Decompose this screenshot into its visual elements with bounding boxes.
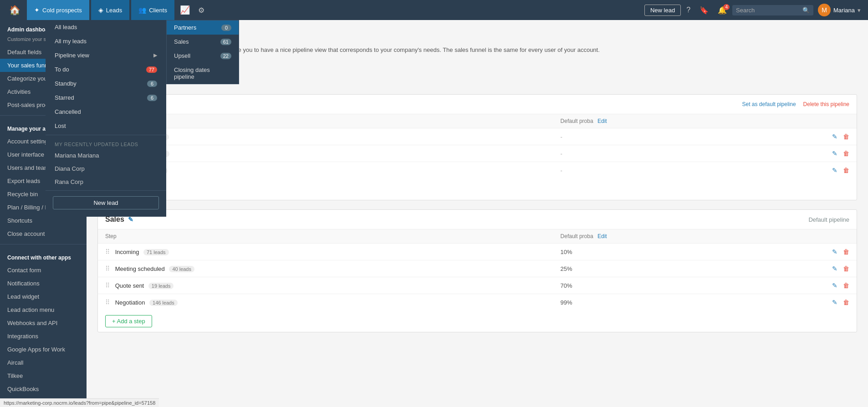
step-delete-button[interactable]: 🗑 — [843, 150, 849, 157]
step-prob: - — [561, 133, 562, 140]
step-edit-button[interactable]: ✎ — [832, 282, 837, 289]
dropdown-standby[interactable]: Standby 6 — [46, 76, 166, 91]
recent-lead-diana[interactable]: Diana Corp — [46, 162, 166, 175]
step-prob: - — [561, 150, 562, 157]
step-name: Meeting scheduled — [115, 265, 165, 272]
tab-leads-label: Leads — [106, 7, 122, 14]
step-edit-button[interactable]: ✎ — [832, 248, 837, 255]
home-icon[interactable]: 🏠 — [5, 5, 25, 15]
partners-steps-table: Step Default proba Edit ⠿ Contacted 0 le… — [98, 114, 857, 178]
sidebar-item-integrations[interactable]: Integrations — [0, 330, 87, 343]
step-edit-button[interactable]: ✎ — [832, 265, 837, 272]
dropdown-starred[interactable]: Starred 6 — [46, 91, 166, 105]
sidebar-item-lead-action-menu[interactable]: Lead action menu — [0, 303, 87, 316]
chevron-down-icon: ▾ — [858, 7, 861, 14]
chart-icon[interactable]: 📈 — [176, 5, 194, 15]
starred-badge: 6 — [147, 95, 157, 101]
step-edit-button[interactable]: ✎ — [832, 299, 837, 306]
sales-badge: 61 — [220, 39, 231, 45]
lead-count-badge: 40 leads — [169, 266, 194, 272]
dropdown-pipeline-view[interactable]: Pipeline view ▶ — [46, 48, 166, 62]
bookmarks-button[interactable]: 🔖 — [696, 6, 712, 15]
step-name: Quote sent — [115, 282, 144, 289]
sidebar-item-quickbooks[interactable]: QuickBooks — [0, 382, 87, 396]
sidebar-item-aircall[interactable]: Aircall — [0, 356, 87, 369]
sales-edit-prob-link[interactable]: Edit — [597, 233, 607, 239]
sidebar-item-contact-form[interactable]: Contact form — [0, 264, 87, 277]
sidebar-item-webhooks[interactable]: Webhooks and API — [0, 316, 87, 330]
gear-icon[interactable]: ⚙ — [195, 6, 207, 15]
upsell-badge: 22 — [220, 53, 231, 59]
lead-count-badge: 146 leads — [149, 300, 178, 306]
leads-dropdown: All leads All my leads Pipeline view ▶ T… — [46, 20, 166, 217]
help-button[interactable]: ? — [683, 6, 694, 14]
dropdown-all-leads[interactable]: All leads — [46, 20, 166, 34]
tab-cold-prospects[interactable]: ✦ Cold prospects — [27, 0, 89, 20]
step-delete-button[interactable]: 🗑 — [843, 265, 849, 272]
dropdown-new-lead-button[interactable]: New lead — [53, 196, 159, 209]
step-edit-button[interactable]: ✎ — [832, 133, 837, 140]
submenu-sales[interactable]: Sales 61 — [167, 35, 239, 49]
pipeline-partners-header: Partners ✎ Set as default pipeline Delet… — [98, 95, 857, 114]
sidebar-item-close-account[interactable]: Close account — [0, 227, 87, 240]
table-row: ⠿ Follow-up 0 leads - ✎ 🗑 — [98, 162, 857, 179]
default-fields-label: Default fields — [7, 49, 41, 56]
table-row: ⠿ Quote sent 19 leads 70% ✎ 🗑 — [98, 277, 857, 294]
lead-count-badge: 19 leads — [148, 283, 174, 289]
step-prob: 10% — [561, 249, 572, 255]
search-input[interactable] — [736, 7, 800, 14]
dropdown-to-do[interactable]: To do 77 — [46, 62, 166, 76]
step-delete-button[interactable]: 🗑 — [843, 299, 849, 306]
recent-lead-mariana[interactable]: Mariana Mariana — [46, 149, 166, 162]
submenu-upsell[interactable]: Upsell 22 — [167, 49, 239, 63]
sidebar-item-notifications[interactable]: Notifications — [0, 277, 87, 290]
sales-col-header-prob: Default proba Edit — [553, 229, 743, 244]
drag-handle-icon[interactable]: ⠿ — [105, 265, 110, 272]
drag-handle-icon[interactable]: ⠿ — [105, 282, 110, 289]
search-container: 🔍 — [732, 5, 813, 15]
step-delete-button[interactable]: 🗑 — [843, 248, 849, 255]
tab-leads[interactable]: ◈ Leads — [91, 0, 129, 20]
sidebar-item-tilkee[interactable]: Tilkee — [0, 369, 87, 382]
activities-label: Activities — [7, 88, 31, 95]
tab-clients[interactable]: 👥 Clients — [131, 0, 174, 20]
step-edit-button[interactable]: ✎ — [832, 150, 837, 157]
drag-handle-icon[interactable]: ⠿ — [105, 299, 110, 306]
step-delete-button[interactable]: 🗑 — [843, 133, 849, 140]
pipeline-partners: Partners ✎ Set as default pipeline Delet… — [97, 94, 857, 200]
sidebar-item-lead-widget[interactable]: Lead widget — [0, 290, 87, 303]
submenu-closing-dates[interactable]: Closing dates pipeline — [167, 63, 239, 84]
tab-cold-prospects-label: Cold prospects — [42, 7, 82, 14]
notifications-button[interactable]: 🔔 4 — [714, 6, 730, 15]
lead-count-badge: 71 leads — [143, 249, 169, 255]
drag-handle-icon[interactable]: ⠿ — [105, 248, 110, 255]
sales-add-step-button[interactable]: + Add a step — [105, 315, 152, 327]
step-delete-button[interactable]: 🗑 — [843, 167, 849, 174]
sidebar-item-google-apps[interactable]: Google Apps for Work — [0, 343, 87, 356]
pipeline-sales-edit-icon[interactable]: ✎ — [128, 216, 133, 223]
dropdown-lost[interactable]: Lost — [46, 119, 166, 133]
step-prob: 25% — [561, 265, 572, 272]
step-edit-button[interactable]: ✎ — [832, 167, 837, 174]
default-pipeline-label: Default pipeline — [808, 216, 849, 223]
step-prob: 70% — [561, 282, 572, 289]
recent-lead-rana[interactable]: Rana Corp — [46, 175, 166, 188]
user-name: Mariana — [833, 7, 855, 14]
search-icon[interactable]: 🔍 — [802, 7, 810, 14]
dropdown-all-my-leads[interactable]: All my leads — [46, 34, 166, 48]
table-row: ⠿ Contacted 0 leads - ✎ 🗑 — [98, 128, 857, 145]
standby-badge: 6 — [147, 81, 157, 87]
user-menu[interactable]: M Mariana ▾ — [815, 4, 863, 16]
submenu-partners[interactable]: Partners 0 — [167, 20, 239, 35]
edit-prob-link[interactable]: Edit — [597, 118, 607, 124]
url-bar: https://marketing-corp.nocrm.io/leads?fr… — [0, 398, 159, 407]
dropdown-cancelled[interactable]: Cancelled — [46, 105, 166, 119]
step-delete-button[interactable]: 🗑 — [843, 282, 849, 289]
table-row: ⠿ Incoming 71 leads 10% ✎ 🗑 — [98, 244, 857, 260]
new-lead-button[interactable]: New lead — [644, 5, 681, 16]
clients-icon: 👥 — [138, 6, 146, 14]
delete-pipeline-link[interactable]: Delete this pipeline — [803, 101, 849, 107]
partners-badge: 0 — [221, 25, 231, 31]
set-default-pipeline-link[interactable]: Set as default pipeline — [742, 101, 796, 107]
tab-clients-label: Clients — [149, 7, 167, 14]
